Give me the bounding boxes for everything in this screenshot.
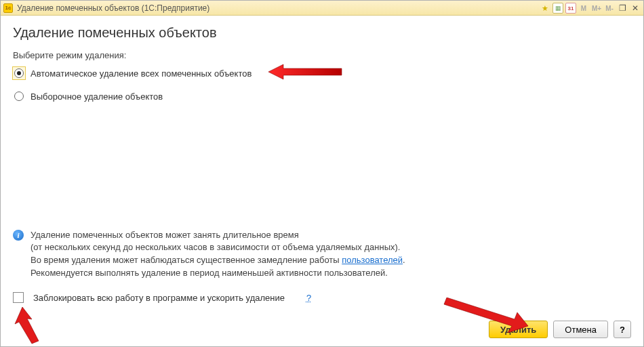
info-line3: Рекомендуется выполнять удаление в перио… xyxy=(31,268,388,278)
favorite-icon[interactable]: ★ xyxy=(540,3,550,14)
info-line2a: (от нескольких секунд до нескольких часо… xyxy=(31,242,400,252)
info-line1: Удаление помеченных объектов может занят… xyxy=(31,230,299,240)
radio-auto[interactable] xyxy=(13,67,25,79)
radio-selective-row[interactable]: Выборочное удаление объектов xyxy=(13,90,631,102)
mode-prompt: Выберите режим удаления: xyxy=(13,50,631,60)
memory-mminus-icon[interactable]: M- xyxy=(604,3,615,14)
calendar-icon[interactable]: 31 xyxy=(565,3,576,14)
page-title: Удаление помеченных объектов xyxy=(13,25,631,41)
help-button[interactable]: ? xyxy=(613,321,631,338)
delete-button[interactable]: Удалить xyxy=(489,321,548,338)
calculator-icon[interactable]: ▦ xyxy=(552,3,563,14)
radio-selective-label: Выборочное удаление объектов xyxy=(31,91,163,102)
radio-auto-row[interactable]: Автоматическое удаление всех помеченных … xyxy=(13,67,631,79)
window-titlebar: 1c Удаление помеченных объектов (1С:Пред… xyxy=(1,1,643,16)
block-work-row: Заблокировать всю работу в программе и у… xyxy=(13,292,631,303)
block-work-checkbox[interactable] xyxy=(13,292,24,303)
radio-auto-label: Автоматическое удаление всех помеченных … xyxy=(31,68,251,79)
memory-m-icon[interactable]: M xyxy=(578,3,589,14)
window-title: Удаление помеченных объектов (1С:Предпри… xyxy=(17,3,209,13)
info-icon: i xyxy=(13,230,24,241)
window-close-icon[interactable]: ✕ xyxy=(630,3,641,14)
window-restore-icon[interactable]: ❐ xyxy=(617,3,628,14)
titlebar-controls: ★ ▦ 31 M M+ M- ❐ ✕ xyxy=(540,1,641,16)
info-block: i Удаление помеченных объектов может зан… xyxy=(13,229,631,280)
content-area: Удаление помеченных объектов Выберите ре… xyxy=(1,16,643,346)
info-line2b-suffix: . xyxy=(403,255,405,265)
block-work-label: Заблокировать всю работу в программе и у… xyxy=(33,293,285,303)
cancel-button[interactable]: Отмена xyxy=(553,321,608,338)
footer-buttons: Удалить Отмена ? xyxy=(13,315,631,346)
users-link[interactable]: пользователей xyxy=(342,255,403,265)
block-work-help[interactable]: ? xyxy=(306,293,311,303)
info-text: Удаление помеченных объектов может занят… xyxy=(31,229,405,280)
info-line2b-prefix: Во время удаления может наблюдаться суще… xyxy=(31,255,342,265)
radio-selective[interactable] xyxy=(13,90,25,102)
memory-mplus-icon[interactable]: M+ xyxy=(591,3,602,14)
app-logo-icon: 1c xyxy=(3,3,13,13)
